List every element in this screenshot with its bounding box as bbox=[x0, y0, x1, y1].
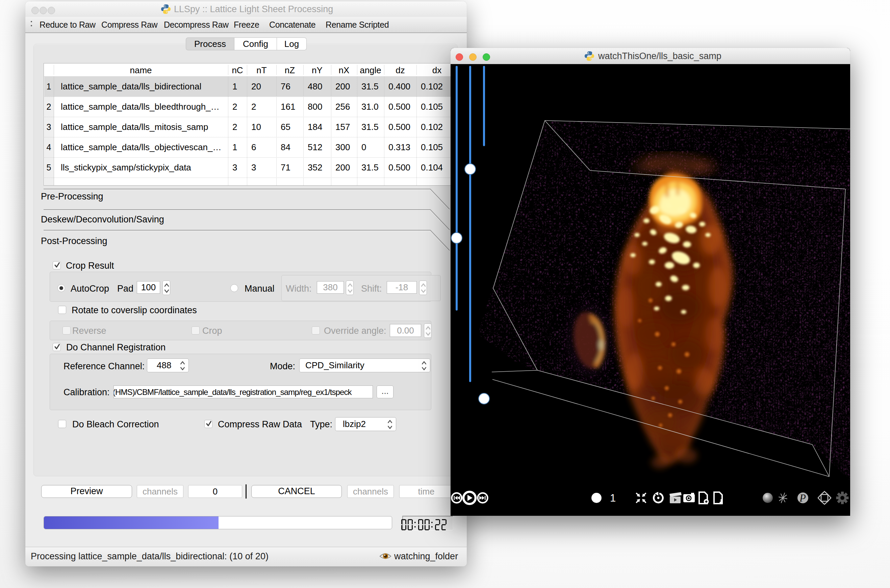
svg-text:P: P bbox=[799, 492, 806, 504]
svg-text:1: 1 bbox=[610, 492, 616, 504]
